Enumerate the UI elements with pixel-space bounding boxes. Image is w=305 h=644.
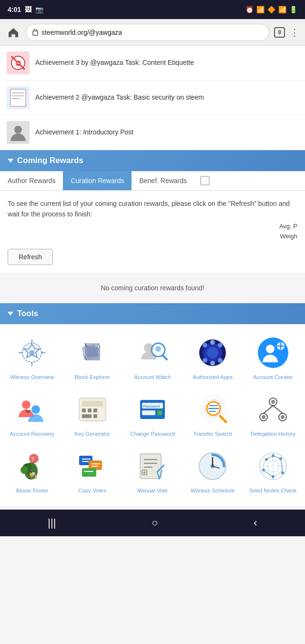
tool-authorized-apps[interactable]: Authorized Apps (183, 330, 243, 387)
svg-rect-22 (85, 343, 98, 357)
account-recovery-icon (15, 392, 49, 427)
svg-rect-86 (84, 471, 93, 472)
svg-rect-49 (88, 409, 92, 412)
avg-weight-label: Avg. P Weigh (8, 220, 297, 244)
achievement-list: ⛔ Achievement 3 by @yawgaza Task: Conten… (0, 46, 305, 150)
tool-account-recovery[interactable]: Account Recovery (2, 387, 62, 443)
manual-vote-icon (135, 449, 170, 483)
svg-point-32 (207, 347, 218, 358)
coming-rewards-header[interactable]: Coming Rewards (0, 150, 305, 171)
block-explorer-label: Block Explorer (75, 374, 110, 381)
change-password-label: Change Password (130, 430, 175, 438)
copy-votes-icon (75, 449, 110, 483)
svg-line-28 (163, 356, 167, 359)
achievement-text: Achievement 2 @yawgaza Task: Basic secur… (35, 93, 204, 102)
tab-author-rewards[interactable]: Author Rewards (0, 171, 63, 190)
svg-point-35 (203, 358, 207, 363)
svg-point-71 (262, 415, 265, 419)
copy-votes-label: Copy Votes (78, 487, 106, 494)
account-creator-label: Account Creator (253, 374, 293, 381)
svg-rect-0 (33, 31, 38, 35)
tool-change-password[interactable]: Password Change Password (122, 387, 183, 443)
svg-point-45 (31, 405, 40, 414)
tool-account-creator[interactable]: Account Creator (243, 330, 303, 387)
svg-point-75 (20, 466, 28, 474)
svg-point-38 (210, 361, 215, 366)
svg-point-39 (258, 337, 288, 368)
achievement-item[interactable]: Achievement 2 @yawgaza Task: Basic secur… (0, 81, 305, 115)
achievement-item[interactable]: ⛔ Achievement 3 by @yawgaza Task: Conten… (0, 46, 305, 81)
tools-section: Tools Witness Overview (0, 303, 305, 506)
svg-point-15 (29, 350, 35, 356)
tool-account-watch[interactable]: Account Watch (122, 330, 183, 387)
cast-icon: 📷 (35, 6, 43, 13)
tab-count[interactable]: 9 (274, 27, 285, 38)
achievement-item[interactable]: Achievement 1: Introductory Post (0, 115, 305, 150)
tool-abuse-finder[interactable]: 🕵 ? Abuse Finder (2, 443, 62, 500)
svg-rect-51 (82, 414, 92, 418)
abuse-finder-label: Abuse Finder (16, 487, 48, 494)
achievement-thumb (7, 121, 30, 144)
manual-vote-label: Manual Vote (137, 487, 168, 494)
home-nav-button[interactable]: ○ (140, 513, 169, 533)
tool-witness-overview[interactable]: Witness Overview (2, 330, 62, 387)
svg-rect-52 (93, 414, 97, 418)
svg-rect-80 (82, 459, 91, 460)
account-watch-label: Account Watch (134, 374, 171, 381)
svg-rect-56 (142, 410, 155, 415)
tab-benef-rewards[interactable]: Benef. Rewards (132, 171, 194, 190)
svg-line-69 (273, 406, 283, 413)
achievement-text: Achievement 1: Introductory Post (35, 128, 133, 137)
home-button[interactable] (6, 25, 21, 40)
account-recovery-label: Account Recovery (10, 430, 54, 438)
alarm-icon: ⏰ (245, 6, 254, 13)
svg-line-68 (264, 406, 273, 413)
tool-copy-votes[interactable]: Copy Votes (62, 443, 122, 500)
svg-text:Password: Password (143, 404, 160, 409)
svg-point-72 (281, 415, 285, 419)
tool-manual-vote[interactable]: Manual Vote (122, 443, 183, 500)
tab-checkbox[interactable] (194, 171, 215, 190)
coming-rewards-title: Coming Rewards (17, 156, 83, 165)
svg-point-11 (14, 126, 22, 133)
svg-line-111 (273, 456, 281, 459)
browser-menu-button[interactable]: ⋮ (290, 27, 299, 38)
tool-block-explorer[interactable]: Block Explorer (62, 330, 122, 387)
account-watch-icon (135, 336, 170, 370)
svg-point-40 (266, 345, 274, 353)
authorized-apps-label: Authorized Apps (193, 374, 233, 381)
tool-witness-schedule[interactable]: Witness Schedule (183, 443, 243, 500)
svg-rect-81 (82, 461, 89, 462)
svg-point-70 (271, 400, 275, 404)
back-stack-button[interactable]: ||| (36, 513, 67, 533)
back-button[interactable]: ‹ (242, 513, 268, 533)
svg-point-37 (210, 340, 215, 345)
refresh-button[interactable]: Refresh (8, 249, 53, 265)
bottom-nav: ||| ○ ‹ (0, 510, 305, 536)
transfer-search-icon (195, 392, 230, 427)
svg-text:⛔: ⛔ (15, 60, 21, 66)
tools-grid-container: Witness Overview Block Explorer (0, 324, 305, 506)
url-text: steemworld.org/@yawgaza (41, 29, 122, 36)
coming-rewards-section: Coming Rewards Author Rewards Curation R… (0, 150, 305, 303)
tool-delegation-history[interactable]: Delegation History (243, 387, 303, 443)
url-bar[interactable]: steemworld.org/@yawgaza (26, 24, 269, 41)
abuse-finder-icon: 🕵 ? (15, 449, 49, 483)
rewards-body: To see the current list of your coming c… (0, 191, 305, 273)
tools-header[interactable]: Tools (0, 303, 305, 324)
witness-overview-icon (15, 336, 49, 370)
tab-curation-rewards[interactable]: Curation Rewards (63, 171, 132, 190)
svg-rect-85 (82, 468, 96, 477)
witness-overview-label: Witness Overview (10, 374, 54, 381)
tool-seed-nodes-check[interactable]: Seed Nodes Check (243, 443, 303, 500)
svg-point-34 (218, 343, 223, 348)
svg-point-44 (22, 400, 30, 409)
rewards-instruction: To see the current list of your coming c… (8, 198, 297, 220)
svg-line-110 (266, 456, 273, 460)
address-bar: steemworld.org/@yawgaza 9 ⋮ (0, 19, 305, 46)
achievement-thumb (7, 86, 30, 109)
chevron-down-icon (8, 159, 13, 163)
tool-key-generator[interactable]: Key Generator (62, 387, 122, 443)
tool-transfer-search[interactable]: Transfer Search (183, 387, 243, 443)
time-display: 4:01 (8, 6, 21, 13)
